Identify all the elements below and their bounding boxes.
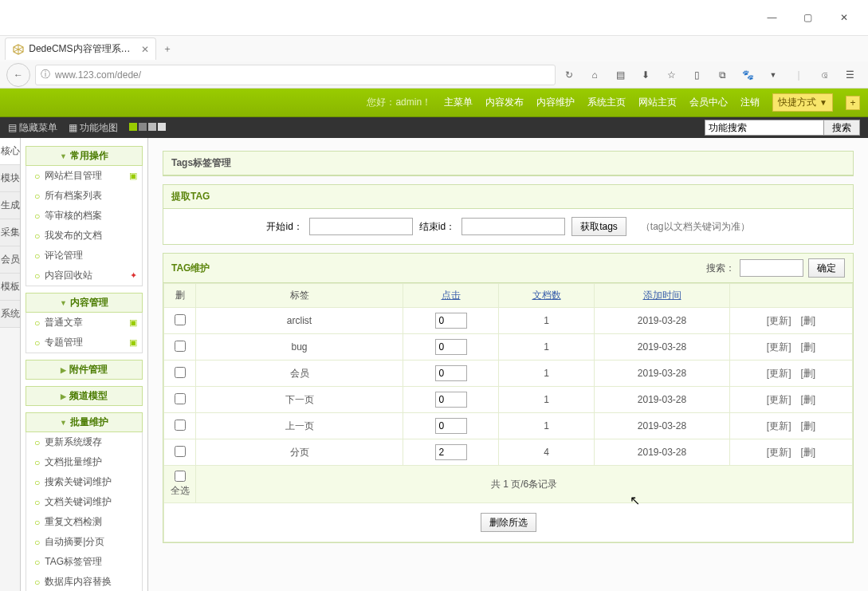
window-icon[interactable]: ⧉ [715,69,729,81]
delete-link[interactable]: [删] [801,447,816,458]
delete-link[interactable]: [删] [801,420,816,431]
nav-member-center[interactable]: 会员中心 [689,96,728,109]
tag-search-input[interactable] [740,259,803,277]
sidebar-item[interactable]: ○评论管理 [26,246,142,266]
row-checkbox[interactable] [175,314,186,325]
row-checkbox[interactable] [175,446,186,457]
triangle-right-icon: ▶ [61,392,66,400]
sidebar-item[interactable]: ○内容回收站✦ [26,266,142,286]
get-tags-button[interactable]: 获取tags [571,217,626,236]
color-swatches[interactable] [129,122,167,133]
cell-tag: arclist [196,308,403,334]
vtab-template[interactable]: 模板 [0,274,20,301]
menu-icon[interactable]: ☰ [842,69,857,81]
table-row: 会员12019-03-28[更新][删] [164,361,853,387]
start-id-input[interactable] [309,218,413,235]
group-attachment[interactable]: ▶附件管理 [26,360,143,380]
delete-selected-button[interactable]: 删除所选 [481,513,536,532]
crop-icon[interactable]: ⟃ [817,69,831,81]
update-link[interactable]: [更新] [767,315,791,326]
delete-link[interactable]: [删] [801,341,816,353]
sidebar-item[interactable]: ○网站栏目管理▣ [26,166,142,186]
sitemap-link[interactable]: ▦ 功能地图 [69,121,118,135]
nav-publish[interactable]: 内容发布 [485,96,524,109]
back-button[interactable]: ← [6,63,30,87]
sidebar-item[interactable]: ○自动摘要|分页 [26,532,142,552]
browser-tab[interactable]: DedeCMS内容管理系统-... ✕ [5,37,156,60]
update-link[interactable]: [更新] [767,447,791,458]
update-link[interactable]: [更新] [767,394,791,405]
new-tab-button[interactable]: ＋ [156,37,179,60]
library-icon[interactable]: ▤ [613,69,627,81]
clicks-input[interactable] [435,313,467,329]
sidebar-item[interactable]: ○数据库内容替换 [26,572,142,591]
url-input[interactable] [55,69,550,81]
sidebar-item[interactable]: ○更新系统缓存 [26,432,142,452]
group-common[interactable]: ▼常用操作 [26,146,143,166]
end-id-input[interactable] [461,218,565,235]
row-checkbox[interactable] [175,341,186,352]
col-clicks[interactable]: 点击 [403,284,499,308]
clipboard-icon[interactable]: ▯ [689,69,704,81]
sidebar-item[interactable]: ○TAG标签管理 [26,552,142,572]
paw-icon[interactable]: 🐾 [740,69,755,81]
row-checkbox[interactable] [175,420,186,431]
sidebar-item[interactable]: ○我发布的文档 [26,226,142,246]
chevron-down-icon[interactable]: ▼ [766,71,780,79]
function-search-button[interactable]: 搜索 [824,120,860,136]
update-link[interactable]: [更新] [767,420,791,431]
window-close-icon[interactable]: ✕ [826,6,862,30]
delete-link[interactable]: [删] [801,368,816,379]
clicks-input[interactable] [435,418,467,434]
group-channel[interactable]: ▶频道模型 [26,386,143,406]
nav-system-home[interactable]: 系统主页 [587,96,626,109]
download-icon[interactable]: ⬇ [638,69,653,81]
window-minimize-icon[interactable]: — [754,6,790,30]
select-all-checkbox[interactable] [175,471,186,482]
home-icon[interactable]: ⌂ [587,69,602,81]
sidebar-item[interactable]: ○文档关键词维护 [26,492,142,512]
vtab-module[interactable]: 模块 [0,165,20,192]
col-time[interactable]: 添加时间 [595,284,730,308]
quick-add-button[interactable]: + [846,96,860,110]
clicks-input[interactable] [435,444,467,460]
tab-close-icon[interactable]: ✕ [141,44,149,55]
delete-link[interactable]: [删] [801,315,816,326]
row-checkbox[interactable] [175,367,186,378]
clicks-input[interactable] [435,365,467,381]
row-checkbox[interactable] [175,393,186,404]
sidebar-item[interactable]: ○普通文章▣ [26,313,142,333]
clicks-input[interactable] [435,339,467,355]
hide-menu-link[interactable]: ▤ 隐藏菜单 [8,121,57,135]
sidebar-item[interactable]: ○等审核的档案 [26,206,142,226]
quick-menu[interactable]: 快捷方式 ▼ [772,93,833,112]
group-batch[interactable]: ▼批量维护 [26,412,143,432]
sidebar-item[interactable]: ○搜索关键词维护 [26,472,142,492]
vtab-core[interactable]: 核心 [0,138,20,165]
window-maximize-icon[interactable]: ▢ [790,6,826,30]
bullet-icon: ○ [34,437,40,448]
col-docs[interactable]: 文档数 [499,284,595,308]
sidebar-item[interactable]: ○文档批量维护 [26,452,142,472]
sidebar-item[interactable]: ○重复文档检测 [26,512,142,532]
vtab-collect[interactable]: 采集 [0,219,20,246]
reload-icon[interactable]: ↻ [560,69,578,81]
group-content[interactable]: ▼内容管理 [26,293,143,313]
nav-maintain[interactable]: 内容维护 [536,96,575,109]
nav-main-menu[interactable]: 主菜单 [444,96,473,109]
vtab-system[interactable]: 系统 [0,301,20,328]
sidebar-item[interactable]: ○所有档案列表 [26,186,142,206]
nav-site-home[interactable]: 网站主页 [638,96,677,109]
clicks-input[interactable] [435,392,467,408]
bookmark-icon[interactable]: ☆ [664,69,678,81]
nav-logout[interactable]: 注销 [740,96,760,109]
vtab-generate[interactable]: 生成 [0,192,20,219]
delete-link[interactable]: [删] [801,394,816,405]
vtab-member[interactable]: 会员 [0,246,20,274]
confirm-button[interactable]: 确定 [808,258,845,278]
function-search-input[interactable] [705,120,824,136]
update-link[interactable]: [更新] [767,368,791,379]
update-link[interactable]: [更新] [767,341,791,353]
address-bar[interactable]: ⓘ [35,65,556,85]
sidebar-item[interactable]: ○专题管理▣ [26,333,142,353]
